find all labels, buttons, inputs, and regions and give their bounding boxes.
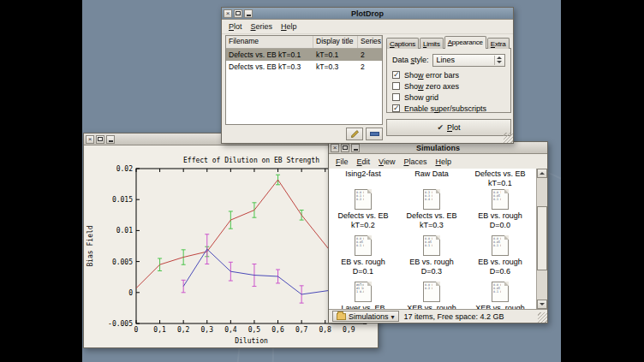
file-item[interactable]: Defects vs. EB kT=0.1 (466, 169, 534, 187)
checkbox[interactable] (392, 104, 400, 112)
menu-help[interactable]: Help (277, 21, 301, 32)
svg-text:0.02: 0.02 (116, 165, 133, 173)
maximize-icon[interactable] (234, 9, 242, 18)
check-icon (437, 123, 444, 132)
checkbox-row[interactable]: Show zero axes (392, 80, 505, 92)
file-row: Ising2-fastRaw DataDefects vs. EB kT=0.1 (329, 169, 536, 187)
file-item[interactable]: 0.0 0.0.2 0.XEB vs. rough (397, 280, 466, 309)
close-icon[interactable] (331, 144, 339, 152)
resize-grip[interactable] (538, 312, 547, 323)
file-item[interactable]: Ising2-fast (329, 169, 397, 187)
chevron-down-icon (391, 312, 395, 321)
checkbox-label: Enable super/subscripts (404, 104, 486, 113)
file-label: EB vs. rough D=0.0 (478, 211, 522, 230)
maximize-icon[interactable] (96, 135, 104, 144)
file-icon: 0.0 0.0.1 0.0.2 0.0.3 0. (355, 189, 372, 210)
appearance-frame: Data style: Lines Show error barsShow ze… (386, 48, 511, 113)
menu-plot[interactable]: Plot (224, 21, 247, 32)
column-header-series[interactable]: Series (358, 36, 382, 48)
maximize-icon[interactable] (341, 144, 349, 152)
tab-limits[interactable]: Limits (420, 38, 444, 49)
menu-places[interactable]: Places (399, 157, 431, 167)
file-label: EB vs. rough D=0.1 (341, 258, 385, 276)
file-label: Defects vs. EB kT=0.1 (474, 169, 525, 188)
table-cell: kT=0.3 (313, 62, 358, 71)
file-item[interactable]: 0.0 0.0.05 00.1 0.0.15 0EB vs. rough D=0… (397, 234, 466, 280)
minimize-icon[interactable] (351, 144, 360, 152)
menu-help[interactable]: Help (431, 157, 456, 167)
minimize-icon[interactable] (106, 135, 115, 144)
file-label: Defects vs. EB kT=0.3 (406, 211, 456, 230)
svg-text:0,7: 0,7 (295, 326, 308, 334)
checkbox[interactable] (392, 71, 400, 79)
checkbox[interactable] (392, 93, 400, 101)
menu-edit[interactable]: Edit (353, 157, 375, 167)
simulations-titlebar[interactable]: Simulations (329, 142, 547, 154)
plotdrop-titlebar[interactable]: PlotDrop (222, 8, 513, 20)
file-icon: 0.2 0.0.3 0.0.4 0.0.5 0. (423, 189, 440, 210)
remove-file-button[interactable] (366, 128, 383, 140)
svg-text:Bias Field: Bias Field (86, 225, 94, 266)
screen: Effect of Dilution on EB StrengthDilutio… (0, 0, 644, 362)
resize-grip[interactable] (504, 133, 513, 143)
svg-text:0,2: 0,2 (177, 326, 190, 334)
table-cell: Defects vs. EB kT=0.3 (226, 62, 313, 71)
spinner-icon[interactable] (494, 56, 504, 65)
table-cell: 2 (358, 50, 382, 59)
tab-extra[interactable]: Extra (487, 38, 510, 49)
add-file-button[interactable] (346, 128, 363, 140)
svg-text:0: 0 (134, 326, 139, 334)
settings-panel: CaptionsLimitsAppearanceExtra Data style… (386, 35, 511, 136)
svg-text:0,4: 0,4 (224, 326, 237, 334)
scrollbar-thumb[interactable] (537, 206, 547, 270)
file-item[interactable]: 0.0 0.0.05 00.1 0.0.15 0EB vs. rough D=0… (466, 234, 534, 280)
file-actions (225, 128, 383, 140)
menu-view[interactable]: View (374, 157, 399, 167)
tab-captions[interactable]: Captions (386, 38, 419, 49)
folder-icon (337, 313, 346, 320)
file-item[interactable]: 0.0 0.0.1 0.0.2 0.0.3 0.Defects vs. EB k… (329, 187, 397, 234)
close-icon[interactable] (86, 135, 94, 144)
location-button[interactable]: Simulations (332, 311, 399, 322)
file-item[interactable]: 0.0 0.0.05 00.1 0.0.15 0XEB vs. rough (466, 280, 534, 309)
file-item[interactable]: Raw Data (397, 169, 466, 187)
checkbox[interactable] (392, 82, 400, 90)
file-icon: 0.0 0.0.05 00.1 0.0.15 0 (355, 235, 372, 256)
menu-series[interactable]: Series (247, 21, 277, 32)
status-text: 17 items, Free space: 4.2 GB (404, 312, 504, 321)
svg-text:0,3: 0,3 (201, 326, 214, 334)
svg-text:0,5: 0,5 (248, 326, 261, 334)
file-icon: #kT=0.#1 1s1 0.002 0.01 (355, 282, 372, 302)
table-row[interactable]: Defects vs. EB kT=0.3kT=0.32 (226, 61, 382, 73)
column-header-filename[interactable]: Filename (226, 36, 313, 48)
file-item[interactable]: 0.0 0.0.05 00.1 0.0.15 0EB vs. rough D=0… (329, 234, 397, 280)
checkbox-row[interactable]: Enable super/subscripts (392, 103, 505, 114)
svg-text:0.005: 0.005 (112, 258, 133, 266)
table-cell: Defects vs. EB kT=0.1 (226, 50, 313, 59)
plotdrop-menubar: PlotSeriesHelp (222, 20, 513, 34)
file-item[interactable]: #kT=0.#1 1s1 0.002 0.01Layer vs. EB (329, 280, 397, 309)
file-item[interactable]: 0.2 0.0.3 0.0.4 0.0.5 0.Defects vs. EB k… (397, 187, 466, 234)
simulations-window: Simulations FileEditViewPlacesHelp Ising… (328, 141, 548, 323)
svg-text:Dilution: Dilution (235, 337, 268, 345)
close-icon[interactable] (224, 9, 232, 18)
plot-button[interactable]: Plot (386, 119, 511, 136)
scroll-up-icon[interactable] (537, 169, 547, 178)
table-cell: 2 (358, 62, 382, 71)
data-style-select[interactable]: Lines (432, 54, 505, 67)
file-label: Raw Data (414, 169, 449, 179)
file-item[interactable]: 0.0 1.0.05 00.1 0.0.15 0EB vs. rough D=0… (466, 187, 534, 234)
checkbox-label: Show grid (404, 93, 438, 102)
tab-appearance[interactable]: Appearance (444, 36, 486, 49)
scroll-down-icon[interactable] (537, 300, 547, 309)
column-header-display-title[interactable]: Display title (313, 36, 358, 48)
menu-file[interactable]: File (331, 157, 353, 167)
minimize-icon[interactable] (244, 9, 253, 18)
scrollbar[interactable] (536, 169, 547, 309)
table-row[interactable]: Defects vs. EB kT=0.1kT=0.12 (226, 49, 382, 61)
file-icon: 0.0 0.0.05 00.1 0.0.15 0 (492, 282, 509, 302)
svg-text:Effect of Dilution on EB Stren: Effect of Dilution on EB Strength (183, 157, 319, 164)
file-icon: 0.0 0.0.05 00.1 0.0.15 0 (423, 235, 440, 256)
checkbox-row[interactable]: Show grid (392, 92, 505, 103)
checkbox-row[interactable]: Show error bars (392, 69, 505, 80)
